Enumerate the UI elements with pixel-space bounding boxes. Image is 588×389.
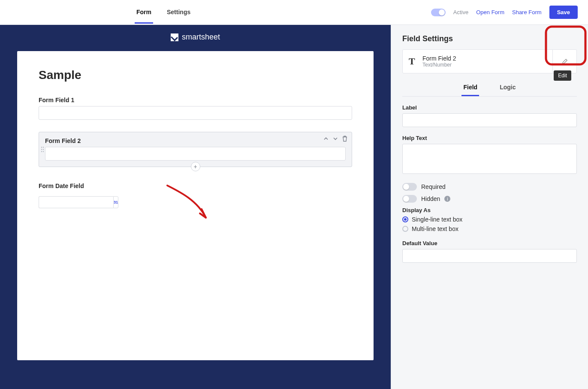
setting-help-block: Help Text [402,135,577,175]
form-date-field: Form Date Field 31 [39,182,352,208]
date-field-wrapper: 31 [39,196,86,208]
field-type-glyph-icon: T [409,56,422,67]
field-actions [323,136,347,143]
form-title: Sample [39,68,352,82]
display-as-single-label: Single-line text box [412,216,462,223]
form-field-1-label: Form Field 1 [39,97,352,103]
default-value-heading: Default Value [402,240,577,246]
save-button[interactable]: Save [549,6,578,19]
hidden-toggle[interactable] [402,195,417,203]
side-tab-logic[interactable]: Logic [498,79,517,96]
setting-help-heading: Help Text [402,135,577,141]
default-value-block: Default Value [402,240,577,263]
form-canvas: smartsheet Sample Form Field 1 [0,25,391,389]
top-bar-right: Active Open Form Share Form Save [431,6,578,19]
brand: smartsheet [17,25,374,51]
move-down-icon[interactable] [333,136,338,143]
form-date-field-label: Form Date Field [39,182,352,189]
field-settings-panel: Field Settings T Form Field 2 Text/Numbe… [391,25,588,389]
setting-label-heading: Label [402,104,577,111]
selected-field-name: Form Field 2 [422,55,456,62]
svg-point-2 [41,149,42,150]
move-up-icon[interactable] [323,136,329,143]
calendar-icon[interactable]: 31 [113,196,118,208]
side-tab-field[interactable]: Field [461,79,479,96]
setting-label-block: Label [402,104,577,127]
radio-single-icon[interactable] [402,216,408,222]
top-tabs: Form Settings [135,1,192,24]
default-value-input[interactable] [402,249,577,263]
brand-name: smartsheet [182,33,220,42]
edit-tooltip: Edit [554,70,571,81]
svg-point-3 [43,149,44,150]
side-tabs: Field Logic [402,79,577,97]
selected-field-card: T Form Field 2 Text/Number Edit [402,49,577,73]
field-settings-heading: Field Settings [402,34,577,43]
hidden-row: Hidden i [402,195,577,203]
form-field-1: Form Field 1 [39,97,352,120]
date-input[interactable] [39,196,113,208]
selected-field-info: Form Field 2 Text/Number [422,55,456,68]
form-field-1-input[interactable] [39,106,352,120]
form-field-2-input[interactable] [45,147,346,161]
edit-field-button[interactable] [552,50,576,73]
open-form-link[interactable]: Open Form [476,9,504,15]
form-card: Sample Form Field 1 [17,51,374,360]
main-split: smartsheet Sample Form Field 1 [0,25,588,389]
display-as-multi-label: Multi-line text box [412,225,458,232]
brand-logo-icon [171,33,178,41]
hidden-label: Hidden [421,195,440,202]
drag-handle-icon[interactable] [41,146,44,152]
required-row: Required [402,183,577,191]
display-as-multi-row[interactable]: Multi-line text box [402,225,577,232]
svg-point-0 [41,147,42,148]
tab-settings[interactable]: Settings [165,1,192,24]
add-field-button[interactable]: + [191,162,200,171]
active-toggle[interactable] [431,9,446,16]
info-icon[interactable]: i [444,196,450,202]
share-form-link[interactable]: Share Form [512,9,542,15]
required-label: Required [421,183,446,190]
help-text-input[interactable] [402,144,577,174]
form-field-2-label: Form Field 2 [45,137,346,144]
form-field-2-selected[interactable]: Form Field 2 + [39,132,352,167]
pencil-icon [562,58,568,64]
tab-form[interactable]: Form [135,1,153,24]
active-toggle-label: Active [453,9,468,15]
svg-point-4 [41,151,42,152]
svg-point-5 [43,151,44,152]
svg-point-1 [43,147,44,148]
radio-multi-icon[interactable] [402,226,408,232]
required-toggle[interactable] [402,183,417,191]
top-bar: Form Settings Active Open Form Share For… [0,0,588,25]
display-as-single-row[interactable]: Single-line text box [402,216,577,223]
display-as-block: Display As Single-line text box Multi-li… [402,207,577,232]
display-as-heading: Display As [402,207,577,213]
label-input[interactable] [402,113,577,127]
delete-icon[interactable] [342,136,347,143]
selected-field-type: Text/Number [422,62,456,68]
